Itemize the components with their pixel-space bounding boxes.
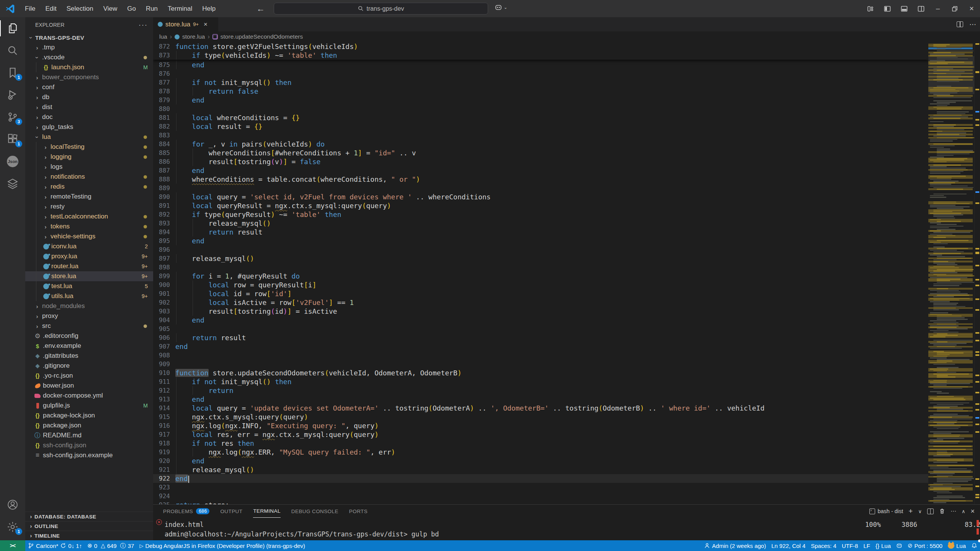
line-number[interactable]: 899 [153, 272, 170, 280]
folder-logs[interactable]: ›logs [25, 162, 153, 172]
folder-tokens[interactable]: ›tokens [25, 222, 153, 231]
close-panel-button[interactable]: × [970, 507, 975, 515]
line-number[interactable]: 911 [153, 377, 170, 386]
line-number[interactable]: 917 [153, 430, 170, 439]
activity-extensions[interactable]: 1 [0, 128, 25, 150]
editor-more-actions[interactable]: ⋯ [969, 20, 976, 29]
line-number[interactable]: 894 [153, 228, 170, 236]
line-number[interactable]: 890 [153, 192, 170, 201]
line-number[interactable]: 902 [153, 298, 170, 307]
line-number[interactable]: 873 [153, 51, 170, 60]
folder-trans-gps-dev[interactable]: ›TRANS-GPS-DEV [25, 33, 153, 42]
folder-lua[interactable]: ›lua [25, 132, 153, 142]
maximize-panel-button[interactable]: ∧ [962, 509, 965, 514]
line-number[interactable]: 910 [153, 368, 170, 377]
remote-indicator[interactable]: >< [0, 540, 25, 551]
line-number[interactable]: 901 [153, 289, 170, 298]
file--gitattributes[interactable]: .gitattributes [25, 351, 153, 361]
close-window-button[interactable]: × [963, 0, 980, 17]
line-number[interactable]: 896 [153, 245, 170, 254]
menu-terminal[interactable]: Terminal [163, 0, 197, 17]
split-editor-button[interactable] [957, 21, 963, 27]
activity-bookmarks[interactable]: 1 [0, 62, 25, 84]
toggle-secondary-sidebar-button[interactable] [913, 0, 929, 17]
folder-logging[interactable]: ›logging [25, 152, 153, 162]
breadcrumb-symbol[interactable]: store.updateSecondOdometers [220, 33, 303, 40]
menu-view[interactable]: View [98, 0, 122, 17]
folder-localtesting[interactable]: ›localTesting [25, 142, 153, 152]
file-store-lua[interactable]: store.lua9+ [25, 271, 153, 281]
folder-db[interactable]: ›db [25, 92, 153, 102]
kill-terminal-button[interactable] [939, 508, 945, 514]
toggle-panel-button[interactable] [896, 0, 913, 17]
panel-tab-debug-console[interactable]: DEBUG CONSOLE [291, 505, 338, 518]
line-number[interactable]: 872 [153, 42, 170, 51]
breadcrumb-file[interactable]: store.lua [182, 33, 205, 40]
copilot-menu[interactable]: ⌄ [495, 3, 507, 11]
folder-dist[interactable]: ›dist [25, 102, 153, 112]
line-number[interactable]: 881 [153, 113, 170, 122]
folder--vscode[interactable]: ›.vscode [25, 52, 153, 62]
live-server-port-item[interactable]: ⊘ Port : 5500 [905, 540, 945, 551]
terminal-instance-chip[interactable]: bash - dist [869, 508, 903, 514]
problems-item[interactable]: ⊗0 △649 ⓘ37 [85, 540, 137, 551]
file-ssh-config-json-example[interactable]: ssh-config.json.example [25, 450, 153, 460]
git-blame-item[interactable]: Admin (2 weeks ago) [701, 540, 769, 551]
line-number[interactable]: 915 [153, 412, 170, 421]
menu-run[interactable]: Run [141, 0, 163, 17]
git-branch-item[interactable]: CarIcon* 0↓ 1↑ [25, 540, 85, 551]
file-utils-lua[interactable]: utils.lua9+ [25, 291, 153, 301]
debug-launch-item[interactable]: ▷ Debug AngularJS in Firefox (Developer … [137, 540, 308, 551]
line-number[interactable]: 880 [153, 104, 170, 113]
line-number[interactable]: 875 [153, 60, 170, 69]
line-number[interactable]: 903 [153, 307, 170, 316]
line-number[interactable]: 893 [153, 219, 170, 228]
line-number[interactable]: 889 [153, 184, 170, 192]
overview-ruler[interactable] [974, 42, 980, 504]
command-center-search[interactable]: trans-gps-dev [274, 3, 488, 15]
panel-more-actions[interactable]: ⋯ [951, 508, 956, 515]
file--gitignore[interactable]: .gitignore [25, 361, 153, 371]
line-number[interactable]: 907 [153, 342, 170, 351]
file-package-lock-json[interactable]: package-lock.json [25, 411, 153, 421]
split-terminal-button[interactable] [927, 509, 934, 514]
file-readme-md[interactable]: README.md [25, 430, 153, 440]
file-router-lua[interactable]: router.lua9+ [25, 261, 153, 271]
file-bower-json[interactable]: bower.json [25, 381, 153, 391]
tab-store-lua[interactable]: store.lua 9+ × [153, 17, 218, 31]
line-number[interactable]: 884 [153, 140, 170, 148]
breadcrumb-folder[interactable]: lua [159, 33, 167, 40]
line-number[interactable]: 925 [153, 500, 170, 504]
line-number[interactable]: 912 [153, 386, 170, 395]
new-terminal-button[interactable]: + [908, 507, 913, 515]
encoding-item[interactable]: UTF-8 [839, 540, 861, 551]
activity-accounts[interactable] [0, 494, 25, 516]
file--editorconfig[interactable]: .editorconfig [25, 331, 153, 341]
folder-proxy[interactable]: ›proxy [25, 311, 153, 321]
line-number[interactable]: 921 [153, 465, 170, 474]
nav-back-arrow[interactable]: ← [256, 4, 265, 14]
panel-tab-output[interactable]: OUTPUT [220, 505, 242, 518]
section-timeline[interactable]: ›TIMELINE [25, 531, 153, 540]
line-number[interactable]: 897 [153, 254, 170, 263]
file--yo-rc-json[interactable]: .yo-rc.json [25, 371, 153, 381]
folder-notifications[interactable]: ›notifications [25, 172, 153, 182]
folder-redis[interactable]: ›redis [25, 182, 153, 192]
line-number[interactable]: 878 [153, 87, 170, 96]
folder-src[interactable]: ›src [25, 321, 153, 331]
lua-helper-item[interactable]: Lua [945, 540, 969, 551]
file-gulpfile-js[interactable]: gulpfile.jsM [25, 401, 153, 411]
menu-file[interactable]: File [20, 0, 40, 17]
panel-tab-ports[interactable]: PORTS [349, 505, 368, 518]
folder-resty[interactable]: ›resty [25, 202, 153, 212]
minimap[interactable] [928, 42, 974, 504]
line-number[interactable]: 909 [153, 360, 170, 368]
file-launch-json[interactable]: launch.jsonM [25, 62, 153, 72]
folder-remotetesting[interactable]: ›remoteTesting [25, 192, 153, 202]
file-iconv-lua[interactable]: iconv.lua2 [25, 241, 153, 251]
file-test-lua[interactable]: test.lua5 [25, 281, 153, 291]
file--env-example[interactable]: .env.example [25, 341, 153, 351]
customize-layout-button[interactable] [862, 0, 879, 17]
activity-json-tool[interactable]: Json [0, 150, 25, 173]
line-number[interactable]: 892 [153, 210, 170, 219]
